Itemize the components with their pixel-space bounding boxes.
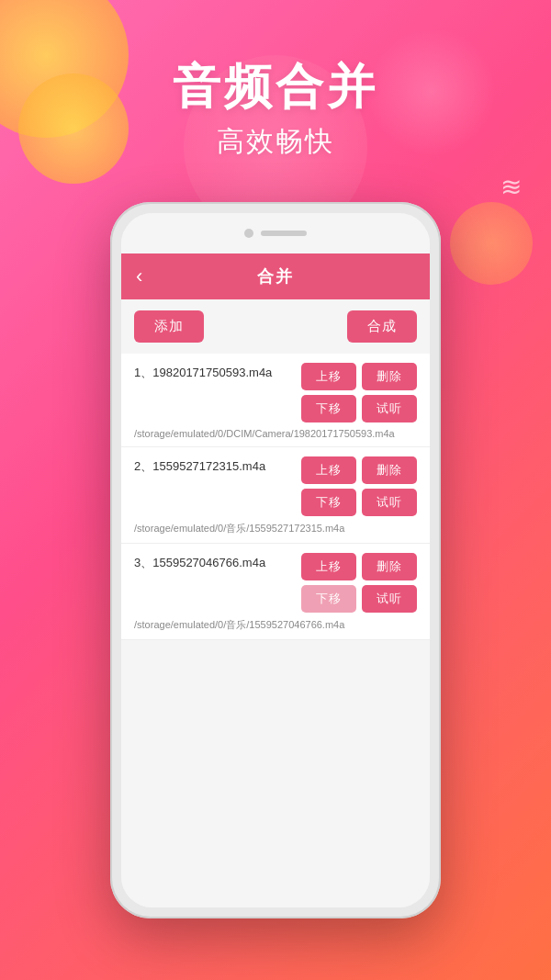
file-btn-row-bottom: 下移 试听 — [301, 395, 417, 422]
file-path: /storage/emulated/0/音乐/1559527172315.m4a — [134, 522, 417, 535]
file-item-header: 3、1559527046766.m4a 上移 删除 下移 试听 — [134, 553, 417, 613]
file-name: 2、1559527172315.m4a — [134, 456, 294, 475]
add-button[interactable]: 添加 — [134, 310, 204, 343]
file-item-header: 1、19820171750593.m4a 上移 删除 下移 试听 — [134, 363, 417, 422]
speaker-icon — [261, 231, 307, 236]
app-content: ‹ 合并 添加 合成 1、19820171750593.m4a — [121, 253, 430, 907]
delete-button[interactable]: 删除 — [362, 456, 417, 484]
file-list: 1、19820171750593.m4a 上移 删除 下移 试听 — [121, 354, 430, 640]
move-down-button[interactable]: 下移 — [301, 395, 356, 422]
file-btn-row-bottom: 下移 试听 — [301, 585, 417, 613]
phone-notch — [121, 213, 430, 253]
back-button[interactable]: ‹ — [136, 266, 142, 287]
listen-button[interactable]: 试听 — [362, 489, 417, 516]
action-buttons-row: 添加 合成 — [121, 299, 430, 354]
file-btn-row-top: 上移 删除 — [301, 456, 417, 484]
main-title: 音频合并 — [0, 55, 551, 119]
camera-icon — [244, 229, 253, 238]
phone-inner: ‹ 合并 添加 合成 1、19820171750593.m4a — [121, 213, 430, 907]
phone-outer: ‹ 合并 添加 合成 1、19820171750593.m4a — [110, 202, 441, 918]
delete-button[interactable]: 删除 — [362, 553, 417, 580]
file-btn-row-top: 上移 删除 — [301, 363, 417, 390]
file-controls: 上移 删除 下移 试听 — [301, 553, 417, 613]
file-path: /storage/emulated/0/音乐/1559527046766.m4a — [134, 618, 417, 632]
sub-title: 高效畅快 — [0, 123, 551, 161]
list-item: 1、19820171750593.m4a 上移 删除 下移 试听 — [121, 354, 430, 447]
app-header: ‹ 合并 — [121, 253, 430, 299]
file-item-header: 2、1559527172315.m4a 上移 删除 下移 试听 — [134, 456, 417, 516]
bg-decoration-circle-3 — [450, 202, 533, 285]
file-path: /storage/emulated/0/DCIM/Camera/19820171… — [134, 428, 417, 439]
delete-button[interactable]: 删除 — [362, 363, 417, 390]
wave-decoration: ≋ — [500, 175, 523, 200]
app-title: 合并 — [257, 265, 294, 287]
merge-button[interactable]: 合成 — [347, 310, 417, 343]
header-area: 音频合并 高效畅快 — [0, 55, 551, 161]
listen-button[interactable]: 试听 — [362, 395, 417, 422]
move-down-button[interactable]: 下移 — [301, 489, 356, 516]
listen-button[interactable]: 试听 — [362, 585, 417, 613]
file-name: 3、1559527046766.m4a — [134, 553, 294, 571]
list-item: 3、1559527046766.m4a 上移 删除 下移 试听 — [121, 544, 430, 640]
phone-mockup: ‹ 合并 添加 合成 1、19820171750593.m4a — [110, 202, 441, 918]
file-controls: 上移 删除 下移 试听 — [301, 363, 417, 422]
move-down-button-disabled: 下移 — [301, 585, 356, 613]
list-item: 2、1559527172315.m4a 上移 删除 下移 试听 — [121, 447, 430, 544]
file-btn-row-top: 上移 删除 — [301, 553, 417, 580]
file-name: 1、19820171750593.m4a — [134, 363, 294, 381]
file-btn-row-bottom: 下移 试听 — [301, 489, 417, 516]
move-up-button[interactable]: 上移 — [301, 363, 356, 390]
move-up-button[interactable]: 上移 — [301, 553, 356, 580]
file-controls: 上移 删除 下移 试听 — [301, 456, 417, 516]
move-up-button[interactable]: 上移 — [301, 456, 356, 484]
